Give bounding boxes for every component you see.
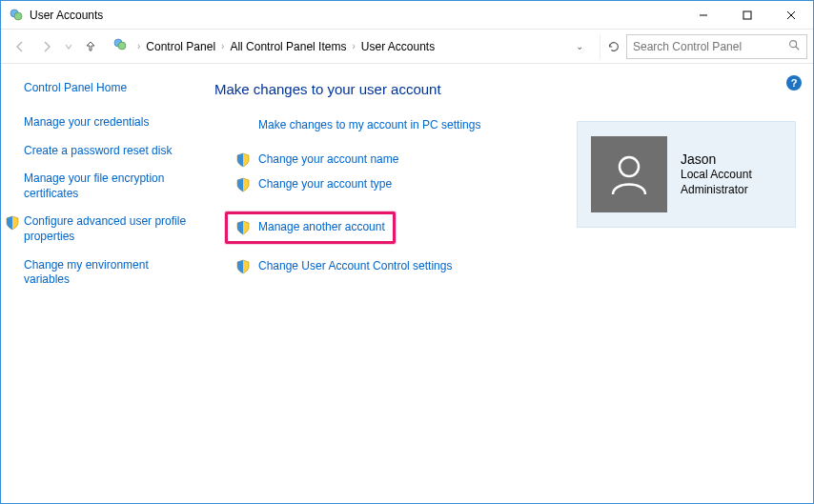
- left-pane: Control Panel Home Manage your credentia…: [1, 64, 201, 503]
- window-controls: [682, 1, 813, 30]
- breadcrumb-item-user-accounts[interactable]: User Accounts: [361, 40, 435, 53]
- svg-point-7: [118, 42, 126, 50]
- search-input[interactable]: [633, 40, 787, 53]
- task-label: Configure advanced user profile properti…: [24, 214, 190, 244]
- chevron-right-icon[interactable]: ›: [132, 41, 146, 51]
- search-icon[interactable]: [787, 38, 801, 54]
- app-icon: [9, 8, 24, 23]
- svg-point-10: [620, 157, 639, 176]
- recent-dropdown-button[interactable]: [60, 33, 77, 60]
- task-file-encryption-certs[interactable]: Manage your file encryption certificates: [24, 171, 190, 201]
- content: ? Control Panel Home Manage your credent…: [1, 64, 813, 503]
- user-card: Jason Local Account Administrator: [577, 121, 796, 228]
- main-pane: Make changes to your user account Make c…: [201, 64, 813, 503]
- task-env-variables[interactable]: Change my environment variables: [24, 258, 190, 288]
- svg-point-1: [14, 12, 22, 20]
- shield-icon: [5, 215, 20, 235]
- task-manage-credentials[interactable]: Manage your credentials: [24, 115, 190, 131]
- svg-point-8: [790, 41, 797, 48]
- svg-rect-3: [743, 11, 751, 19]
- task-label: Manage your credentials: [24, 115, 149, 131]
- breadcrumb-dropdown-button[interactable]: ⌄: [568, 41, 591, 51]
- user-info: Jason Local Account Administrator: [681, 151, 752, 197]
- back-button[interactable]: [7, 33, 33, 60]
- main-actions: Make changes to your user account Make c…: [214, 81, 577, 486]
- user-role-admin: Administrator: [681, 182, 752, 197]
- maximize-button[interactable]: [725, 1, 769, 30]
- task-label: Create a password reset disk: [24, 144, 172, 159]
- user-role-local: Local Account: [681, 167, 752, 182]
- shield-icon: [235, 177, 251, 192]
- svg-line-9: [796, 47, 800, 50]
- action-label: Manage another account: [258, 220, 385, 235]
- shield-icon: [235, 152, 251, 168]
- avatar: [591, 136, 667, 212]
- action-manage-another-account[interactable]: Manage another account: [225, 212, 396, 244]
- close-button[interactable]: [769, 1, 813, 30]
- action-uac-settings[interactable]: Change User Account Control settings: [235, 259, 577, 274]
- task-label: Change my environment variables: [24, 258, 190, 288]
- shield-icon: [235, 220, 251, 235]
- action-label: Change User Account Control settings: [258, 259, 452, 274]
- user-name: Jason: [681, 151, 752, 167]
- search-box[interactable]: [626, 34, 807, 59]
- action-label: Make changes to my account in PC setting…: [258, 118, 480, 133]
- action-change-type[interactable]: Change your account type: [235, 177, 577, 192]
- shield-icon: [235, 259, 251, 274]
- control-panel-home-link[interactable]: Control Panel Home: [24, 81, 190, 94]
- up-button[interactable]: [77, 33, 104, 60]
- task-password-reset-disk[interactable]: Create a password reset disk: [24, 144, 190, 159]
- breadcrumb[interactable]: › Control Panel › All Control Panel Item…: [108, 34, 596, 59]
- minimize-button[interactable]: [682, 1, 725, 30]
- window-title: User Accounts: [30, 9, 103, 22]
- titlebar: User Accounts: [1, 1, 813, 30]
- refresh-button[interactable]: [600, 34, 626, 59]
- navbar: › Control Panel › All Control Panel Item…: [1, 30, 813, 64]
- breadcrumb-item-control-panel[interactable]: Control Panel: [146, 40, 215, 53]
- chevron-right-icon[interactable]: ›: [215, 41, 230, 51]
- action-group-2: Change your account name Change your acc…: [235, 152, 577, 192]
- help-icon[interactable]: ?: [786, 75, 802, 91]
- breadcrumb-icon: [112, 37, 128, 55]
- action-label: Change your account type: [258, 177, 392, 192]
- breadcrumb-item-all-items[interactable]: All Control Panel Items: [230, 40, 346, 53]
- action-label: Change your account name: [258, 152, 398, 168]
- action-pc-settings[interactable]: Make changes to my account in PC setting…: [235, 118, 577, 133]
- task-advanced-profile[interactable]: Configure advanced user profile properti…: [5, 214, 190, 244]
- page-heading: Make changes to your user account: [214, 81, 577, 97]
- forward-button[interactable]: [33, 33, 60, 60]
- action-change-name[interactable]: Change your account name: [235, 152, 577, 168]
- chevron-right-icon[interactable]: ›: [346, 41, 360, 51]
- action-group-3: Manage another account Change User Accou…: [235, 212, 577, 274]
- action-group-1: Make changes to my account in PC setting…: [235, 118, 577, 133]
- task-label: Manage your file encryption certificates: [24, 171, 190, 201]
